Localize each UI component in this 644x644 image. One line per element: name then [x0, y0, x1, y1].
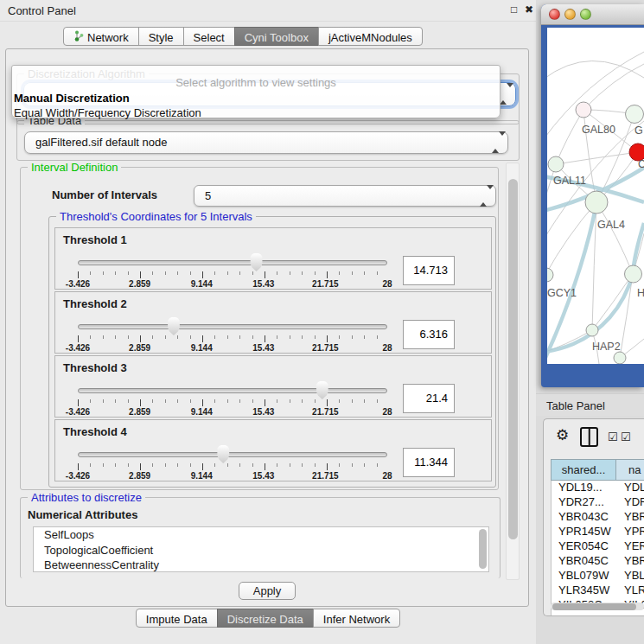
table-row[interactable]: YDL19...YDL1	[552, 481, 644, 495]
attributes-list[interactable]: SelfLoops TopologicalCoefficient Between…	[33, 526, 489, 572]
show-columns-icon[interactable]	[580, 427, 598, 447]
stepper-icon	[500, 84, 507, 105]
table-data-combo[interactable]: galFiltered.sif default node	[24, 131, 508, 154]
select-all-icon[interactable]: ☑	[621, 430, 631, 443]
node-partial[interactable]	[614, 352, 626, 364]
column-header-shared-name[interactable]: shared...	[551, 459, 616, 481]
scale-label: 2.859	[129, 343, 150, 353]
threshold-3-value[interactable]: 21.4	[403, 384, 455, 413]
list-item[interactable]: SelfLoops	[34, 527, 488, 543]
table-row[interactable]: YPR145WYPR1	[552, 525, 644, 539]
table-row[interactable]: YER054CYER0	[552, 539, 644, 554]
control-panel: Control Panel □ ✖ Network Style Select C…	[0, 0, 536, 644]
slider-thumb[interactable]	[216, 445, 230, 463]
threshold-1-value[interactable]: 14.713	[403, 256, 455, 285]
threshold-3-box: Threshold 3 -3.426 2.859 9.144 15.43 21.…	[54, 355, 492, 418]
tab-label: Cyni Toolbox	[245, 30, 309, 45]
arrow-down-icon	[487, 185, 494, 202]
edge	[547, 61, 644, 80]
tab-discretize-data[interactable]: Discretize Data	[217, 609, 314, 628]
node-g[interactable]	[626, 105, 644, 124]
zoom-traffic-light-icon[interactable]	[580, 9, 591, 20]
tab-network[interactable]: Network	[63, 27, 139, 46]
threshold-2-slider[interactable]: -3.426 2.859 9.144 15.43 21.715 28	[78, 316, 387, 353]
slider-track[interactable]	[78, 324, 387, 329]
tab-infer-network[interactable]: Infer Network	[313, 609, 400, 628]
close-icon[interactable]: ✖	[525, 3, 533, 16]
thresholds-group: Threshold's Coordinates for 5 Intervals …	[48, 216, 496, 488]
cell-name: YDR2	[624, 495, 644, 508]
scale-label: 15.43	[252, 343, 274, 353]
scale-label: 9.144	[191, 407, 213, 417]
column-header-name[interactable]: na	[615, 459, 644, 481]
combo-value: galFiltered.sif default node	[35, 136, 167, 149]
edge	[592, 274, 633, 330]
table-row[interactable]: YLR345WYLR3	[552, 583, 644, 598]
settings-scrollbar-track[interactable]	[506, 163, 520, 580]
gear-icon[interactable]: ⚙	[556, 426, 569, 444]
threshold-4-value[interactable]: 11.344	[403, 448, 455, 477]
group-title: Attributes to discretize	[28, 491, 145, 504]
tab-impute-data[interactable]: Impute Data	[136, 609, 218, 628]
scale-label: 9.144	[191, 471, 213, 481]
tab-label: jActiveMNodules	[328, 30, 412, 45]
threshold-4-box: Threshold 4 -3.426 2.859 9.144 15.43 21.…	[54, 419, 492, 481]
table-hscrollbar-track[interactable]	[551, 603, 644, 610]
float-window-icon[interactable]: □	[511, 3, 517, 16]
minimize-traffic-light-icon[interactable]	[564, 9, 576, 20]
table-hscrollbar-thumb[interactable]	[552, 603, 636, 610]
cell-name: YER0	[624, 539, 644, 552]
node-gcy1[interactable]	[547, 268, 553, 282]
tab-style[interactable]: Style	[138, 27, 184, 46]
edge	[596, 202, 633, 274]
node-gal80[interactable]	[576, 102, 591, 118]
slider-thumb[interactable]	[167, 317, 181, 335]
node-hap2[interactable]	[586, 324, 598, 336]
scale-label: 28	[382, 343, 392, 353]
slider-thumb[interactable]	[250, 253, 264, 271]
scale-label: -3.426	[66, 343, 90, 353]
table-row[interactable]: YBR045CYBR0	[552, 554, 644, 569]
cell-name: YLR3	[624, 583, 644, 596]
threshold-2-value[interactable]: 6.316	[403, 320, 455, 349]
attributes-group: Attributes to discretize Numerical Attri…	[20, 497, 501, 578]
select-columns-icon[interactable]: ☑	[608, 430, 618, 443]
tab-jactivemnodules[interactable]: jActiveMNodules	[318, 27, 423, 46]
slider-scale: -3.426 2.859 9.144 15.43 21.715 28	[78, 407, 387, 418]
arrow-up-icon	[500, 87, 507, 105]
slider-track[interactable]	[78, 452, 387, 457]
node-label: HAP2	[592, 341, 621, 353]
slider-thumb[interactable]	[316, 381, 329, 399]
list-item[interactable]: TopologicalCoefficient	[34, 543, 488, 558]
popup-option-manual-discretization[interactable]: Manual Discretization	[12, 89, 500, 105]
threshold-label: Threshold 3	[63, 361, 127, 374]
tab-select[interactable]: Select	[183, 27, 235, 46]
slider-track[interactable]	[78, 388, 387, 393]
node-label: GAL4	[597, 219, 625, 231]
num-intervals-combo[interactable]: 5	[194, 185, 496, 207]
tab-cyni-toolbox[interactable]: Cyni Toolbox	[234, 27, 319, 46]
settings-scrollbar-thumb[interactable]	[508, 179, 518, 539]
list-scrollbar-thumb[interactable]	[479, 529, 487, 569]
table-row[interactable]: YDR27...YDR2	[552, 495, 644, 510]
node-gal4[interactable]	[585, 191, 608, 214]
network-window-titlebar[interactable]	[541, 4, 644, 25]
apply-button[interactable]: Apply	[239, 582, 296, 600]
node-h[interactable]	[625, 265, 642, 283]
node-gal11[interactable]	[548, 156, 564, 172]
slider-ticks	[78, 399, 388, 406]
arrow-down-icon	[499, 131, 506, 149]
slider-track[interactable]	[78, 260, 387, 265]
threshold-1-slider[interactable]: -3.426 2.859 9.144 15.43 21.715 28	[78, 252, 387, 289]
scale-label: 2.859	[129, 407, 150, 417]
table-row[interactable]: YBR043CYBR0	[552, 510, 644, 525]
table-row[interactable]: YBL079WYBL0	[552, 569, 644, 583]
network-canvas[interactable]: GAL80 GAL11 GAL4 GCY1 HAP2 G C H	[547, 28, 644, 364]
close-traffic-light-icon[interactable]	[549, 9, 560, 20]
threshold-label: Threshold 2	[63, 297, 127, 310]
scale-label: 28	[382, 471, 392, 481]
threshold-4-slider[interactable]: -3.426 2.859 9.144 15.43 21.715 28	[78, 444, 387, 481]
popup-option-equal-width-frequency[interactable]: Equal Width/Frequency Discretization	[12, 105, 500, 119]
list-item[interactable]: BetweennessCentrality	[34, 558, 488, 572]
threshold-3-slider[interactable]: -3.426 2.859 9.144 15.43 21.715 28	[78, 380, 387, 417]
